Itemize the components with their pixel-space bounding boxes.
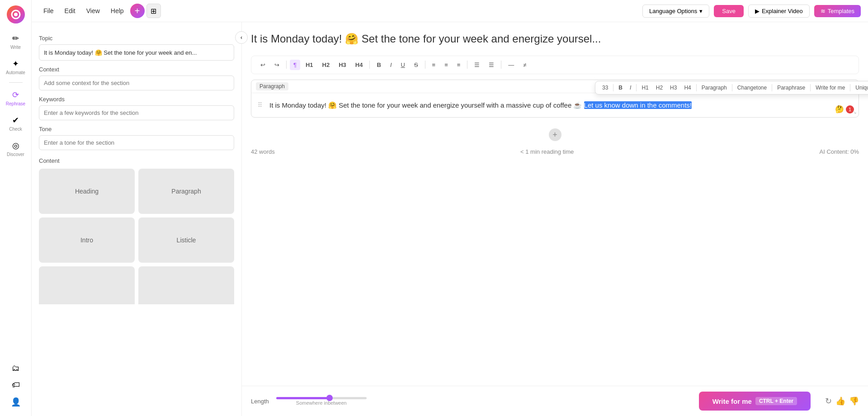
content-tile-6[interactable]: [138, 266, 234, 304]
paragraph-format-button[interactable]: ¶: [290, 60, 300, 70]
sidebar-item-files[interactable]: 🗂: [2, 360, 29, 377]
mini-tb-sep-6: [810, 84, 811, 91]
mini-tb-size[interactable]: 33: [599, 83, 611, 92]
mini-tb-h2[interactable]: H2: [653, 83, 666, 92]
mini-tb-paraphrase[interactable]: Paraphrase: [774, 83, 808, 92]
h2-button[interactable]: H2: [319, 60, 334, 70]
paragraph-text-highlighted[interactable]: Let us know down in the comments!: [584, 101, 692, 109]
mini-tb-write-for-me[interactable]: Write for me: [812, 83, 848, 92]
h3-button[interactable]: H3: [335, 60, 350, 70]
mini-tb-h4[interactable]: H4: [681, 83, 694, 92]
menu-file[interactable]: File: [39, 5, 58, 16]
brand-logo[interactable]: [7, 5, 25, 24]
save-button[interactable]: Save: [714, 5, 744, 17]
editor-toolbar: ↩ ↪ ¶ H1 H2 H3 H4 B I U S ≡ ≡ ≡: [251, 56, 859, 74]
length-slider[interactable]: [276, 397, 367, 399]
content-tile-intro[interactable]: Intro: [39, 217, 135, 263]
explainer-label: Explainer Video: [762, 8, 803, 14]
clear-format-button[interactable]: ≠: [519, 60, 530, 70]
user-icon: 👤: [11, 397, 21, 407]
panel-sidebar: ‹ Topic Context Keywords Tone Content: [32, 22, 242, 416]
write-for-me-button[interactable]: Write for me CTRL + Enter: [699, 392, 811, 411]
sidebar-item-discover[interactable]: ◎ Discover: [2, 137, 29, 161]
toolbar-divider-3: [425, 61, 425, 69]
toolbar-divider-1: [286, 61, 287, 69]
horizontal-rule-button[interactable]: —: [505, 60, 518, 70]
paragraph-text[interactable]: It is Monday today! 🤗 Set the tone for y…: [269, 101, 692, 109]
layout-button[interactable]: ⊞: [146, 4, 161, 18]
templates-icon: ≋: [821, 8, 826, 14]
menu-view[interactable]: View: [82, 5, 104, 16]
redo-button[interactable]: ↪: [271, 60, 283, 70]
content-tile-heading[interactable]: Heading: [39, 169, 135, 214]
rephrase-icon: ⟳: [12, 90, 19, 100]
write-icon: ✏: [12, 33, 19, 43]
align-center-button[interactable]: ≡: [441, 60, 452, 70]
tone-input[interactable]: [39, 135, 234, 150]
mini-tb-h1[interactable]: H1: [638, 83, 651, 92]
mini-tb-bold[interactable]: B: [615, 83, 626, 92]
sidebar-item-check[interactable]: ✔ Check: [2, 112, 29, 135]
paragraph-block: Paragraph Actions ▾ ⠿ It is Monday today…: [251, 80, 859, 118]
mini-tb-italic[interactable]: I: [627, 83, 634, 92]
refresh-icon-button[interactable]: ↻: [825, 396, 832, 406]
content-tile-5[interactable]: [39, 266, 135, 304]
mini-toolbar: 33 B I H1 H2 H3 H4 Paragraph Changetone: [595, 81, 868, 95]
word-count: 42 words: [251, 148, 275, 155]
explainer-video-button[interactable]: ▶ Explainer Video: [748, 5, 810, 18]
add-button[interactable]: +: [130, 4, 145, 18]
topic-label: Topic: [39, 35, 234, 42]
files-icon: 🗂: [12, 364, 20, 373]
sidebar-item-write[interactable]: ✏ Write: [2, 30, 29, 53]
drag-handle-icon[interactable]: ⠿: [258, 101, 262, 109]
underline-button[interactable]: U: [397, 60, 409, 70]
add-block-button[interactable]: +: [549, 128, 561, 141]
content-tile-paragraph[interactable]: Paragraph: [138, 169, 234, 214]
language-options-button[interactable]: Language Options ▾: [642, 5, 709, 18]
sidebar-item-user[interactable]: 👤: [2, 393, 29, 411]
align-left-button[interactable]: ≡: [429, 60, 439, 70]
discover-icon: ◎: [12, 141, 19, 151]
reaction-emoji: 🤔 1: [835, 105, 854, 113]
strikethrough-button[interactable]: S: [410, 60, 422, 70]
collapse-panel-button[interactable]: ‹: [235, 31, 248, 44]
mini-tb-sep-3: [696, 84, 697, 91]
keywords-label: Keywords: [39, 96, 234, 103]
menu-help[interactable]: Help: [106, 5, 128, 16]
paragraph-body[interactable]: ⠿ It is Monday today! 🤗 Set the tone for…: [251, 93, 859, 118]
numbered-list-button[interactable]: ☰: [485, 60, 498, 70]
content-tile-listicle[interactable]: Listicle: [138, 217, 234, 263]
sidebar-item-rephrase[interactable]: ⟳ Rephrase: [2, 86, 29, 110]
align-right-button[interactable]: ≡: [453, 60, 464, 70]
sidebar-item-tags[interactable]: 🏷: [2, 377, 29, 393]
sidebar-item-automate[interactable]: ✦ Automate: [2, 55, 29, 79]
sidebar-bottom: 🗂 🏷 👤: [2, 360, 29, 411]
bold-button[interactable]: B: [373, 60, 384, 70]
mini-tb-paragraph[interactable]: Paragraph: [698, 83, 730, 92]
mini-tb-sep-7: [850, 84, 850, 91]
thumbs-down-button[interactable]: 👎: [849, 396, 859, 406]
mini-tb-h3[interactable]: H3: [667, 83, 680, 92]
mini-tb-changetone[interactable]: Changetone: [734, 83, 770, 92]
resize-handle-icon[interactable]: ↘: [852, 109, 857, 115]
reading-time: < 1 min reading time: [520, 148, 574, 155]
sidebar-item-rephrase-label: Rephrase: [6, 101, 25, 106]
content-label: Content: [39, 157, 234, 164]
undo-button[interactable]: ↩: [257, 60, 269, 70]
mini-tb-uniqueness[interactable]: Uniqueness: [852, 83, 868, 92]
editor-title: It is Monday today! 🤗 Set the tone for y…: [251, 31, 859, 47]
topic-input[interactable]: [39, 44, 234, 61]
context-input[interactable]: [39, 76, 234, 90]
editor-footer: 42 words < 1 min reading time AI Content…: [251, 145, 859, 159]
h4-button[interactable]: H4: [352, 60, 367, 70]
check-icon: ✔: [12, 115, 19, 125]
h1-button[interactable]: H1: [302, 60, 317, 70]
keywords-input[interactable]: [39, 105, 234, 120]
menu-edit[interactable]: Edit: [60, 5, 80, 16]
sidebar-item-check-label: Check: [9, 127, 22, 132]
write-for-me-label: Write for me: [712, 397, 752, 405]
italic-button[interactable]: I: [387, 60, 396, 70]
thumbs-up-button[interactable]: 👍: [835, 396, 845, 406]
bullet-list-button[interactable]: ☰: [471, 60, 483, 70]
templates-button[interactable]: ≋ Templates: [814, 5, 861, 17]
